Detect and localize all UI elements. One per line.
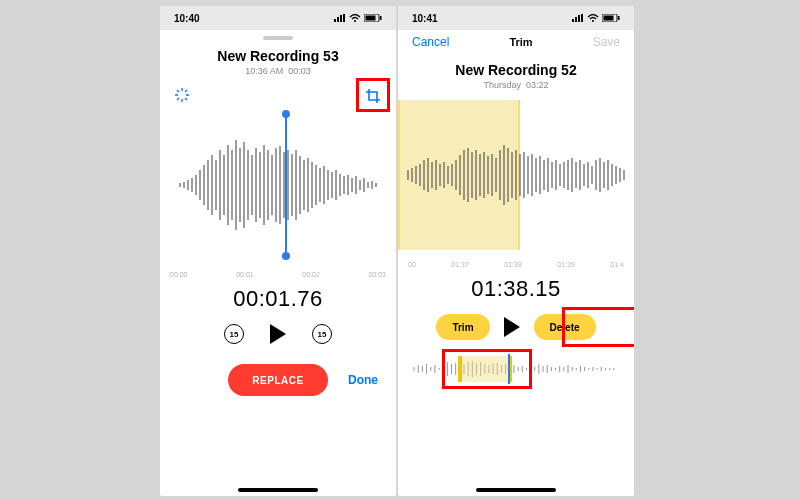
home-indicator[interactable] [238,488,318,492]
recording-title: New Recording 53 [160,48,396,64]
recording-subtitle: Thursday 03:22 [398,80,634,90]
svg-point-4 [354,20,356,22]
signal-icon [572,14,584,22]
playhead[interactable] [285,114,287,256]
sheet-grabber[interactable] [263,36,293,40]
annotation-highlight-delete [562,307,634,347]
play-button[interactable] [504,317,520,337]
svg-rect-0 [334,19,336,22]
wifi-icon [349,14,361,22]
waveform-area[interactable]: 00 01:37 01:38 01:39 01:4 [398,100,634,270]
svg-rect-67 [575,17,577,22]
waveform [160,120,396,250]
current-time: 00:01.76 [160,286,396,312]
phone-right-trim: 10:41 Cancel Trim Save New Recording 52 … [398,6,634,496]
svg-rect-69 [581,14,583,22]
status-bar: 10:41 [398,6,634,30]
battery-icon [602,14,620,22]
svg-rect-1 [337,17,339,22]
recording-title: New Recording 52 [398,62,634,78]
nav-title: Trim [449,36,592,48]
save-button: Save [593,35,620,49]
svg-line-12 [177,90,179,92]
status-icons [572,14,620,22]
svg-line-13 [185,98,187,100]
status-time: 10:41 [412,13,438,24]
annotation-highlight-crop [356,78,390,112]
replace-button[interactable]: REPLACE [228,364,328,396]
svg-rect-6 [366,16,376,21]
svg-rect-3 [343,14,345,22]
status-bar: 10:40 [160,6,396,30]
skip-forward-button[interactable]: 15 [312,324,332,344]
trim-button[interactable]: Trim [436,314,489,340]
svg-point-70 [592,20,594,22]
nav-bar: Cancel Trim Save [398,30,634,54]
play-button[interactable] [270,324,286,344]
wifi-icon [587,14,599,22]
svg-rect-73 [618,16,620,20]
annotation-highlight-scrubber [442,349,532,389]
status-time: 10:40 [174,13,200,24]
cancel-button[interactable]: Cancel [412,35,449,49]
title-block: New Recording 52 Thursday 03:22 [398,62,634,90]
skip-back-button[interactable]: 15 [224,324,244,344]
playback-controls: 15 15 [160,324,396,344]
timeline-ticks: 00:00 00:01 00:02 00:03 [170,271,386,278]
title-block: New Recording 53 10:36 AM 00:03 [160,48,396,76]
status-icons [334,14,382,22]
phone-left-edit: 10:40 New Recording 53 10:36 AM 00:03 [160,6,396,496]
battery-icon [364,14,382,22]
svg-line-14 [185,90,187,92]
svg-rect-7 [380,16,382,20]
current-time: 01:38.15 [398,276,634,302]
svg-rect-2 [340,15,342,22]
done-button[interactable]: Done [348,373,378,387]
trim-controls: Trim Delete [398,314,634,340]
waveform-area[interactable]: 00:00 00:01 00:02 00:03 [160,110,396,280]
timeline-ticks: 00 01:37 01:38 01:39 01:4 [408,261,624,268]
svg-rect-72 [604,16,614,21]
svg-line-15 [177,98,179,100]
signal-icon [334,14,346,22]
recording-subtitle: 10:36 AM 00:03 [160,66,396,76]
svg-rect-66 [572,19,574,22]
home-indicator[interactable] [476,488,556,492]
waveform [398,110,634,240]
svg-rect-68 [578,15,580,22]
enhance-icon[interactable] [174,87,190,106]
